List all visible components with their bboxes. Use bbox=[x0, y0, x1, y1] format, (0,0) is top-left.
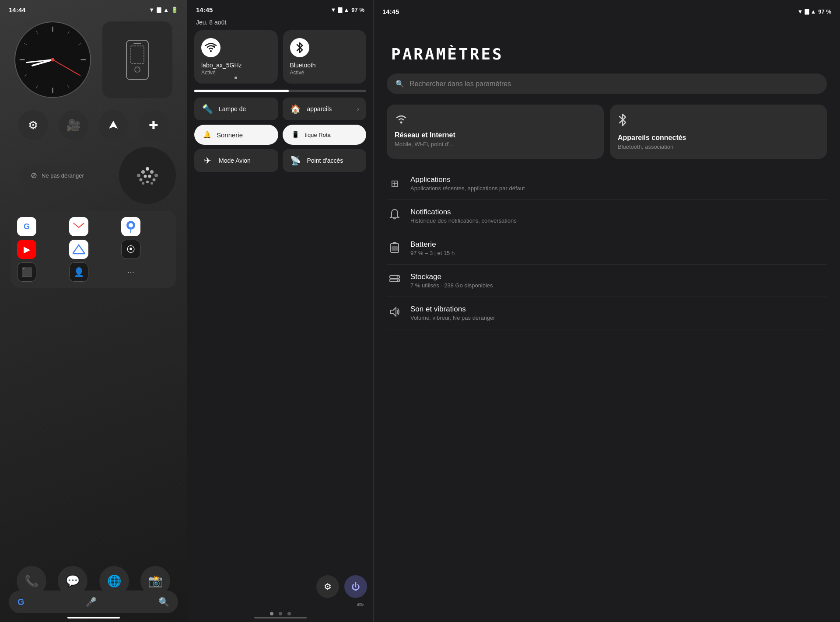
app-google[interactable]: G bbox=[17, 217, 36, 236]
google-logo-area: G bbox=[18, 597, 24, 607]
qs-sonnerie-pill[interactable]: 🔔 Sonnerie bbox=[194, 125, 278, 145]
qs-rotation-pill[interactable]: 📱 tique Rota bbox=[283, 125, 367, 145]
settings-title: PARAMÈTRES bbox=[374, 19, 840, 73]
app-gmail[interactable] bbox=[69, 217, 88, 236]
qs-nav-dot-3 bbox=[287, 612, 291, 615]
app-contacts[interactable]: 👤 bbox=[69, 262, 88, 282]
qs-brightness-fill bbox=[194, 90, 289, 92]
qs-avion-btn[interactable]: ✈ Mode Avion bbox=[194, 149, 278, 172]
qs-power-btn[interactable]: ⏻ bbox=[344, 575, 367, 598]
qs-arrow-icon: › bbox=[357, 105, 359, 112]
settings-connected-label: Appareils connectés bbox=[618, 134, 819, 142]
google-mic-icon[interactable]: 🎤 bbox=[86, 597, 97, 607]
qs-lampe-label: Lampe de bbox=[219, 105, 246, 112]
svg-point-18 bbox=[135, 67, 140, 72]
qs-access-icon: 📡 bbox=[290, 155, 302, 166]
home-time: 14:44 bbox=[9, 6, 25, 14]
settings-search-placeholder: Rechercher dans les paramètres bbox=[410, 80, 511, 88]
qs-access-label: Point d'accès bbox=[307, 157, 343, 164]
settings-apps-sub: Applications récentes, applications par … bbox=[410, 185, 827, 192]
qs-date: Jeu. 8 août bbox=[187, 17, 373, 30]
qs-rotation-icon: 📱 bbox=[291, 131, 300, 139]
home-app-row: ⚙ 🎥 ✚ bbox=[0, 107, 187, 143]
google-lens-icon[interactable]: 🔍 bbox=[158, 597, 169, 607]
qs-avion-icon: ✈ bbox=[201, 155, 214, 166]
settings-item-applications[interactable]: ⊞ Applications Applications récentes, ap… bbox=[387, 168, 827, 200]
app-nav[interactable] bbox=[98, 110, 128, 140]
home-nav-bar bbox=[67, 617, 120, 619]
app-health[interactable]: ✚ bbox=[139, 110, 168, 140]
settings-item-storage[interactable]: Stockage 7 % utilisés - 238 Go disponibl… bbox=[387, 265, 827, 297]
clock-widget[interactable] bbox=[14, 21, 91, 98]
settings-sound-sub: Volume, vibreur, Ne pas déranger bbox=[410, 314, 827, 321]
svg-line-7 bbox=[36, 85, 38, 88]
svg-point-27 bbox=[144, 175, 147, 178]
svg-line-14 bbox=[53, 60, 80, 75]
qs-controls: 🔦 Lampe de 🏠 appareils › bbox=[187, 98, 373, 120]
qs-wifi-sub: Activé bbox=[201, 70, 271, 76]
qs-appareils-ctrl[interactable]: 🏠 appareils › bbox=[283, 98, 367, 120]
qs-time: 14:45 bbox=[196, 6, 213, 14]
svg-point-26 bbox=[140, 178, 143, 182]
quick-settings-panel: 14:45 ▼ 🀫 ▲ 97 % Jeu. 8 août 6 labo_ax_5 bbox=[187, 0, 374, 622]
settings-connected-tile[interactable]: Appareils connectés Bluetooth, associati… bbox=[610, 105, 827, 159]
app-camera[interactable]: 🎥 bbox=[59, 110, 88, 140]
svg-line-5 bbox=[67, 85, 69, 88]
qs-pills-row: 🔔 Sonnerie 📱 tique Rota bbox=[187, 125, 373, 145]
settings-storage-label: Stockage bbox=[410, 273, 827, 281]
dnd-pill[interactable]: ⊘ Ne pas déranger bbox=[22, 165, 96, 185]
settings-top-tiles: Réseau et Internet Mobile, Wi-Fi, point … bbox=[374, 105, 840, 168]
settings-notif-sub: Historique des notifications, conversati… bbox=[410, 217, 827, 224]
qs-settings-btn[interactable]: ⚙ bbox=[316, 575, 339, 598]
settings-sound-text: Son et vibrations Volume, vibreur, Ne pa… bbox=[410, 305, 827, 321]
svg-line-8 bbox=[24, 74, 27, 76]
settings-network-tile[interactable]: Réseau et Internet Mobile, Wi-Fi, point … bbox=[387, 105, 604, 159]
home-widgets-row bbox=[0, 17, 187, 107]
app-fan[interactable]: ⚙ bbox=[18, 110, 48, 140]
settings-bluetooth-icon bbox=[618, 113, 819, 129]
app-screen-record[interactable]: ⬛ bbox=[17, 262, 36, 282]
settings-search-bar[interactable]: 🔍 Rechercher dans les paramètres bbox=[387, 73, 827, 94]
app-more[interactable]: ⋯ bbox=[121, 262, 140, 282]
settings-connected-sub: Bluetooth, association bbox=[618, 143, 819, 150]
svg-point-28 bbox=[148, 175, 151, 178]
svg-line-2 bbox=[78, 43, 81, 45]
app-youtube[interactable]: ▶ bbox=[17, 240, 36, 259]
settings-apps-label: Applications bbox=[410, 175, 827, 184]
svg-point-32 bbox=[150, 182, 153, 185]
qs-sonnerie-icon: 🔔 bbox=[203, 131, 211, 139]
qs-bluetooth-label: Bluetooth bbox=[290, 62, 360, 69]
svg-rect-17 bbox=[131, 46, 144, 63]
settings-list: ⊞ Applications Applications récentes, ap… bbox=[374, 168, 840, 329]
svg-point-30 bbox=[142, 182, 144, 185]
settings-item-sound[interactable]: Son et vibrations Volume, vibreur, Ne pa… bbox=[387, 297, 827, 329]
app-camera2[interactable]: ⦿ bbox=[121, 240, 140, 259]
qs-brightness-bar[interactable] bbox=[194, 90, 366, 92]
settings-wifi-icon bbox=[395, 113, 596, 127]
qs-sonnerie-label: Sonnerie bbox=[217, 131, 243, 139]
clock-face bbox=[15, 22, 90, 97]
qs-bluetooth-tile[interactable]: Bluetooth Activé bbox=[283, 30, 367, 84]
home-search-bar[interactable]: G 🎤 🔍 bbox=[9, 591, 178, 613]
settings-item-battery[interactable]: Batterie 97 % – 3 j et 15 h bbox=[387, 232, 827, 265]
svg-point-46 bbox=[397, 280, 399, 281]
settings-item-notifications[interactable]: Notifications Historique des notificatio… bbox=[387, 200, 827, 232]
settings-sound-icon bbox=[387, 306, 402, 320]
svg-point-37 bbox=[210, 50, 212, 52]
svg-point-25 bbox=[154, 174, 158, 177]
settings-search-icon: 🔍 bbox=[396, 80, 404, 88]
qs-top-tiles: 6 labo_ax_5GHz Activé Bluetooth Activé bbox=[187, 30, 373, 84]
app-drive[interactable] bbox=[69, 240, 88, 259]
qs-battery: 97 % bbox=[351, 7, 364, 13]
dnd-row: ⊘ Ne pas déranger bbox=[0, 143, 187, 207]
svg-point-24 bbox=[150, 170, 154, 174]
cardio-app[interactable] bbox=[119, 147, 176, 204]
phone-widget[interactable] bbox=[102, 21, 172, 98]
qs-wifi-tile[interactable]: 6 labo_ax_5GHz Activé bbox=[194, 30, 278, 84]
qs-access-btn[interactable]: 📡 Point d'accès bbox=[283, 149, 367, 172]
qs-date-text: Jeu. 8 août bbox=[196, 19, 226, 26]
app-maps[interactable] bbox=[121, 217, 140, 236]
qs-edit-btn[interactable]: ✏ bbox=[357, 600, 364, 610]
qs-lampe-ctrl[interactable]: 🔦 Lampe de bbox=[194, 98, 278, 120]
qs-rotation-label: tique Rota bbox=[305, 132, 331, 138]
